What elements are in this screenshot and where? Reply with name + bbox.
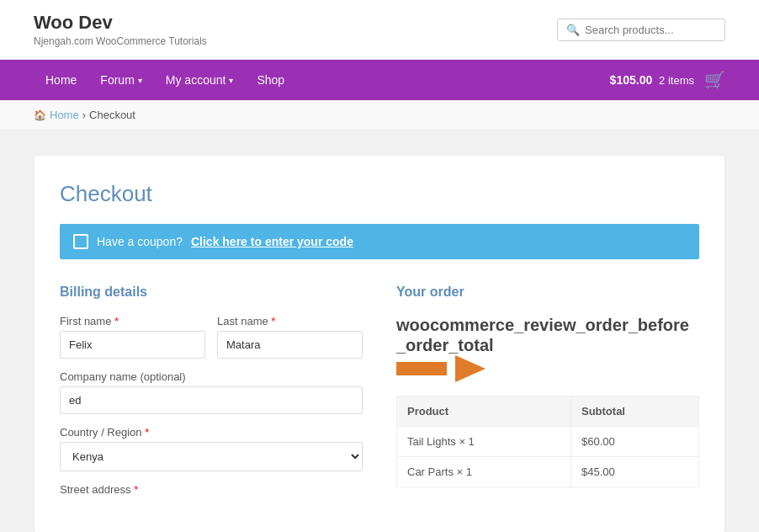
hook-label: woocommerce_review_order_before _order_t…: [396, 316, 689, 354]
search-box[interactable]: 🔍: [557, 19, 725, 41]
nav-item-shop[interactable]: Shop: [245, 60, 296, 100]
last-name-input[interactable]: [217, 331, 363, 359]
chevron-down-icon: ▾: [138, 76, 142, 85]
coupon-notice: Have a coupon? Click here to enter your …: [60, 224, 699, 259]
nav-item-home[interactable]: Home: [34, 60, 88, 100]
main-content: Checkout Have a coupon? Click here to en…: [1, 130, 758, 532]
last-name-label: Last name *: [217, 315, 363, 327]
order-product-cell: Tail Lights × 1: [397, 427, 571, 457]
search-input[interactable]: [585, 24, 716, 36]
cart-icon[interactable]: 🛒: [704, 70, 725, 90]
first-name-input[interactable]: [60, 331, 205, 359]
breadcrumb-separator: ›: [82, 109, 86, 121]
breadcrumb: 🏠 Home › Checkout: [34, 109, 725, 121]
nav-label-forum: Forum: [100, 73, 134, 87]
first-name-group: First name *: [60, 315, 205, 359]
company-input[interactable]: [60, 386, 363, 414]
cart-total: $105.00 2 items: [610, 73, 694, 87]
billing-column: Billing details First name * Last name *: [60, 285, 363, 508]
checkout-columns: Billing details First name * Last name *: [60, 285, 699, 508]
breadcrumb-bar: 🏠 Home › Checkout: [0, 100, 759, 130]
company-row: Company name (optional): [60, 370, 363, 414]
required-star-2: *: [271, 315, 275, 327]
nav-right: $105.00 2 items 🛒: [610, 70, 725, 90]
last-name-group: Last name *: [217, 315, 363, 359]
breadcrumb-current: Checkout: [89, 109, 135, 121]
nav-label-shop: Shop: [257, 73, 284, 87]
order-subtotal-cell: $45.00: [571, 457, 698, 487]
cart-price: $105.00: [610, 73, 653, 87]
chevron-down-icon-2: ▾: [229, 76, 233, 85]
arrow-head-icon: [455, 355, 523, 382]
nav-label-myaccount: My account: [166, 73, 226, 87]
required-star-4: *: [134, 483, 138, 496]
name-row: First name * Last name *: [60, 315, 363, 359]
billing-section-title: Billing details: [60, 285, 363, 300]
breadcrumb-home-link[interactable]: Home: [50, 109, 79, 121]
search-icon: 🔍: [566, 24, 580, 36]
site-subtitle: Njengah.com WooCommerce Tutorials: [34, 35, 207, 47]
order-table-row: Car Parts × 1$45.00: [397, 457, 699, 487]
nav-item-forum[interactable]: Forum ▾: [88, 60, 153, 100]
page-title: Checkout: [60, 181, 699, 207]
order-table: Product Subtotal Tail Lights × 1$60.00Ca…: [396, 396, 699, 487]
coupon-link[interactable]: Click here to enter your code: [191, 235, 353, 248]
country-select[interactable]: Kenya Uganda Tanzania United States: [60, 442, 363, 471]
col-product: Product: [397, 396, 571, 427]
order-subtotal-cell: $60.00: [571, 427, 698, 457]
site-branding: Woo Dev Njengah.com WooCommerce Tutorial…: [34, 12, 207, 47]
cart-count: 2 items: [659, 74, 694, 87]
first-name-label: First name *: [60, 315, 205, 327]
required-star-1: *: [114, 315, 119, 327]
site-title: Woo Dev: [34, 12, 207, 34]
street-label: Street address *: [60, 483, 363, 496]
site-header: Woo Dev Njengah.com WooCommerce Tutorial…: [0, 0, 759, 60]
coupon-icon: [73, 234, 88, 249]
order-table-header-row: Product Subtotal: [397, 396, 699, 427]
street-row: Street address *: [60, 483, 363, 496]
company-label: Company name (optional): [60, 370, 363, 383]
home-icon: 🏠: [34, 109, 46, 121]
nav-label-home: Home: [45, 73, 77, 87]
hook-label-wrap: woocommerce_review_order_before _order_t…: [396, 315, 699, 355]
order-column: Your order woocommerce_review_order_befo…: [396, 285, 699, 508]
order-section-title: Your order: [396, 285, 699, 300]
coupon-text: Have a coupon?: [97, 235, 183, 248]
country-label: Country / Region *: [60, 426, 363, 439]
order-product-cell: Car Parts × 1: [397, 457, 571, 487]
country-row: Country / Region * Kenya Uganda Tanzania…: [60, 426, 363, 471]
checkout-container: Checkout Have a coupon? Click here to en…: [34, 156, 724, 532]
col-subtotal: Subtotal: [571, 396, 698, 427]
nav-item-myaccount[interactable]: My account ▾: [154, 60, 246, 100]
order-table-row: Tail Lights × 1$60.00: [397, 427, 699, 457]
nav-left: Home Forum ▾ My account ▾ Shop: [34, 60, 296, 100]
arrow-body: [396, 362, 447, 375]
required-star-3: *: [145, 426, 149, 439]
arrow-indicator-wrap: [396, 355, 699, 382]
site-nav: Home Forum ▾ My account ▾ Shop $105.00 2…: [0, 60, 759, 100]
